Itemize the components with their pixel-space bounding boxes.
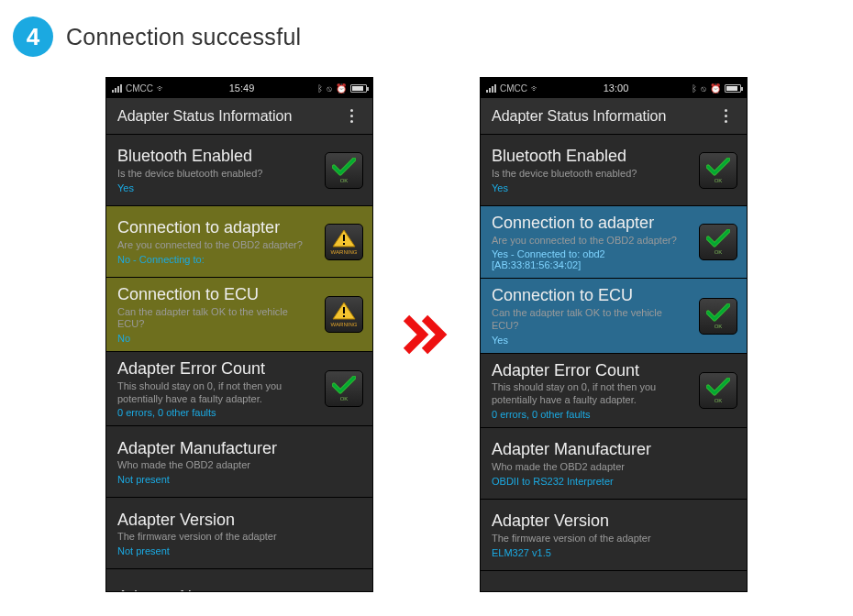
list-item-value: Not present [117, 474, 356, 485]
status-list: Bluetooth Enabled Is the device bluetoot… [481, 135, 747, 592]
step-number: 4 [27, 23, 39, 51]
list-item[interactable]: Connection to adapter Are you connected … [106, 206, 372, 278]
list-item-subtitle: The firmware version of the adapter [492, 533, 684, 545]
statusbar: CMCC ᯤ 13:00 ᛒ ⍉ ⏰ [481, 78, 747, 98]
list-item[interactable]: Adapter Notes Information about the OBD2… [106, 569, 372, 592]
check-icon [706, 158, 730, 176]
titlebar: Adapter Status Information [106, 98, 372, 135]
list-item-title: Adapter Notes [117, 588, 356, 592]
signal-bars-icon [486, 83, 496, 93]
warning-triangle-icon [332, 229, 356, 248]
list-item-title: Adapter Error Count [492, 361, 692, 380]
list-item-title: Connection to adapter [492, 214, 692, 233]
mute-icon: ⍉ [327, 83, 332, 94]
list-item[interactable]: Adapter Version The firmware version of … [481, 500, 747, 571]
list-item-title: Adapter Notes [492, 588, 730, 592]
list-item-title: Connection to ECU [492, 286, 692, 305]
double-chevron-right-icon [403, 314, 450, 355]
list-item-value: Not present [117, 545, 356, 556]
carrier-label: CMCC [500, 83, 527, 94]
statusbar-time: 13:00 [540, 82, 692, 94]
status-badge-label: OK [715, 178, 723, 183]
list-item[interactable]: Bluetooth Enabled Is the device bluetoot… [481, 135, 747, 206]
arrow-transition [403, 77, 450, 592]
list-item[interactable]: Adapter Notes Information about the OBD2… [481, 571, 747, 592]
step-header: 4 Connection successful [0, 0, 853, 57]
list-item[interactable]: Connection to ECU Can the adapter talk O… [106, 278, 372, 352]
status-badge: WARNING [325, 224, 363, 260]
status-badge: OK [325, 152, 363, 189]
list-item[interactable]: Adapter Error Count This should stay on … [481, 354, 747, 428]
phone-left: CMCC ᯤ 15:49 ᛒ ⍉ ⏰ Adapter Status Inform… [105, 77, 373, 592]
warning-triangle-icon [332, 302, 356, 320]
status-badge: OK [699, 372, 737, 409]
list-item-subtitle: Are you connected to the OBD2 adapter? [117, 239, 310, 252]
status-badge: OK [699, 298, 737, 335]
list-item[interactable]: Adapter Version The firmware version of … [106, 498, 372, 569]
overflow-menu-button[interactable] [715, 109, 736, 123]
check-icon [706, 378, 730, 396]
status-badge: OK [699, 224, 737, 260]
list-item-value: 0 errors, 0 other faults [117, 407, 317, 418]
status-badge-label: OK [715, 324, 723, 329]
list-item[interactable]: Adapter Manufacturer Who made the OBD2 a… [106, 426, 372, 498]
list-item-value: Yes [492, 182, 692, 193]
bluetooth-icon: ᛒ [317, 83, 323, 94]
status-list: Bluetooth Enabled Is the device bluetoot… [106, 135, 372, 592]
list-item-subtitle: The firmware version of the adapter [117, 531, 310, 544]
list-item-subtitle: Who made the OBD2 adapter [492, 461, 684, 474]
list-item-title: Adapter Manufacturer [492, 440, 730, 459]
list-item-title: Bluetooth Enabled [492, 147, 692, 166]
list-item-subtitle: Can the adapter talk OK to the vehicle E… [492, 307, 684, 333]
page-title: Adapter Status Information [117, 108, 341, 125]
list-item[interactable]: Connection to adapter Are you connected … [481, 206, 747, 279]
check-icon [332, 158, 356, 176]
list-item-subtitle: This should stay on 0, if not then you p… [492, 381, 684, 407]
bluetooth-icon: ᛒ [692, 83, 697, 94]
status-badge-label: OK [340, 396, 349, 402]
mute-icon: ⍉ [701, 83, 706, 94]
list-item[interactable]: Adapter Error Count This should stay on … [106, 352, 372, 426]
list-item-value: No [117, 333, 317, 344]
list-item-subtitle: Is the device bluetooth enabled? [492, 168, 684, 181]
check-icon [332, 376, 356, 394]
status-badge-label: OK [340, 178, 349, 183]
list-item-title: Adapter Version [492, 512, 730, 531]
status-badge: OK [699, 152, 737, 189]
list-item-subtitle: Who made the OBD2 adapter [117, 459, 310, 472]
phone-right: CMCC ᯤ 13:00 ᛒ ⍉ ⏰ Adapter Status Inform… [480, 77, 748, 592]
status-badge: OK [325, 370, 363, 407]
list-item-value: Yes - Connected to: obd2 [AB:33:81:56:34… [492, 248, 692, 270]
alarm-icon: ⏰ [336, 83, 347, 94]
list-item-subtitle: Is the device bluetooth enabled? [117, 168, 310, 181]
signal-bars-icon [112, 83, 122, 93]
list-item[interactable]: Connection to ECU Can the adapter talk O… [481, 279, 747, 353]
status-badge-label: WARNING [331, 322, 358, 327]
titlebar: Adapter Status Information [481, 98, 747, 135]
list-item-value: 0 errors, 0 other faults [492, 409, 692, 420]
status-badge-label: OK [715, 249, 723, 255]
list-item-title: Bluetooth Enabled [117, 147, 317, 166]
list-item-value: Yes [492, 335, 692, 346]
list-item[interactable]: Adapter Manufacturer Who made the OBD2 a… [481, 428, 747, 500]
check-icon [706, 229, 730, 248]
wifi-icon: ᯤ [531, 83, 540, 94]
wifi-icon: ᯤ [157, 83, 166, 94]
list-item-subtitle: This should stay on 0, if not then you p… [117, 380, 310, 406]
list-item-title: Adapter Error Count [117, 359, 317, 379]
list-item-title: Adapter Version [117, 511, 356, 530]
status-badge-label: OK [715, 398, 723, 403]
battery-icon [350, 84, 367, 93]
overflow-menu-button[interactable] [341, 109, 361, 123]
status-badge: WARNING [325, 296, 363, 333]
list-item[interactable]: Bluetooth Enabled Is the device bluetoot… [106, 135, 372, 206]
carrier-label: CMCC [126, 83, 153, 94]
check-icon [706, 303, 730, 322]
step-badge: 4 [13, 16, 53, 57]
list-item-subtitle: Are you connected to the OBD2 adapter? [492, 235, 684, 248]
battery-icon [725, 84, 741, 93]
list-item-title: Connection to ECU [117, 285, 317, 304]
statusbar: CMCC ᯤ 15:49 ᛒ ⍉ ⏰ [106, 78, 372, 98]
statusbar-time: 15:49 [166, 82, 317, 94]
list-item-value: ELM327 v1.5 [492, 547, 730, 558]
